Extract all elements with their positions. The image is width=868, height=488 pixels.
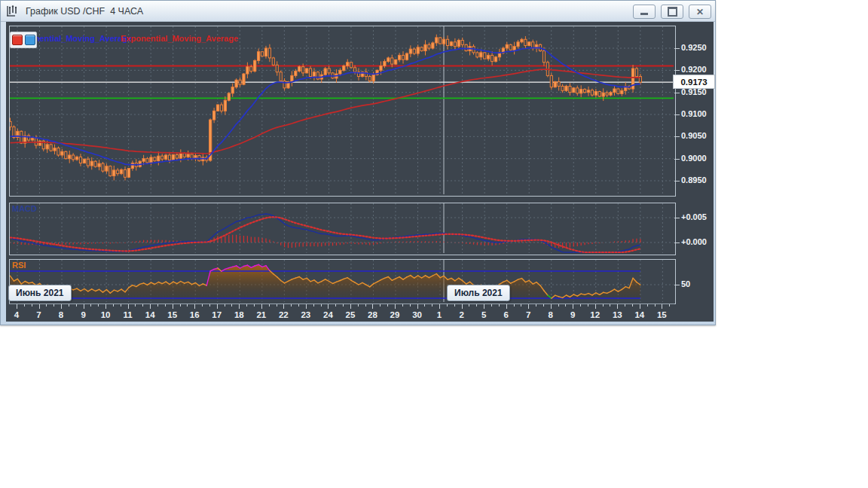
time-axis-tick: [180, 304, 181, 307]
time-axis-tick: [447, 304, 448, 307]
close-button[interactable]: ✕: [689, 5, 711, 19]
time-axis-tick: [69, 304, 69, 307]
time-axis-label: 4: [8, 310, 26, 319]
time-axis-tick: [395, 304, 396, 309]
time-axis-tick: [565, 304, 566, 307]
price-axis-label: 0.9000: [681, 154, 714, 163]
time-axis-label: 6: [497, 310, 515, 319]
time-axis-tick: [217, 304, 218, 309]
minimize-button[interactable]: [633, 5, 656, 19]
time-axis-tick: [17, 304, 17, 309]
time-axis-tick: [410, 304, 411, 307]
price-axis-label: 0.9200: [681, 65, 714, 74]
time-axis-label: 9: [564, 310, 582, 319]
time-axis-tick: [254, 304, 255, 307]
price-axis-tick: [674, 218, 680, 218]
time-axis-label: 13: [608, 310, 626, 319]
time-axis-tick: [655, 304, 656, 307]
time-axis-label: 1: [430, 310, 448, 319]
time-axis-label: 21: [252, 310, 270, 319]
time-axis-tick: [484, 304, 484, 309]
price-axis-tick: [674, 159, 680, 160]
time-axis-tick: [202, 304, 203, 307]
time-axis-tick: [269, 304, 270, 307]
chart-icon: [6, 5, 21, 17]
macd-panel[interactable]: MACD: [9, 203, 676, 255]
macd-canvas[interactable]: [10, 203, 674, 253]
rsi-canvas[interactable]: [10, 260, 674, 302]
time-axis-tick: [328, 304, 329, 309]
time-axis-label: 14: [141, 310, 159, 319]
time-axis-tick: [239, 304, 240, 309]
close-icon: ✕: [696, 8, 704, 17]
time-axis-tick: [343, 304, 344, 307]
window-title: График USD /CHF 4 ЧАСА: [26, 6, 143, 17]
time-axis-label: 2: [453, 310, 471, 319]
time-axis-label: 18: [230, 310, 248, 319]
titlebar[interactable]: График USD /CHF 4 ЧАСА ✕: [1, 1, 715, 22]
time-axis-tick: [46, 304, 47, 307]
chart-client-area: Exponential_Moving_Average Exponential_M…: [6, 22, 714, 322]
time-axis-label: 30: [408, 310, 426, 319]
time-axis-tick: [365, 304, 366, 307]
time-axis-tick: [246, 304, 247, 307]
time-axis-label: 11: [119, 310, 137, 319]
time-axis-tick: [521, 304, 521, 307]
time-axis-tick: [424, 304, 425, 307]
time-axis-tick: [432, 304, 432, 307]
time-axis-tick: [380, 304, 381, 307]
price-axis-label: 0.9100: [681, 109, 714, 118]
price-axis-tick: [674, 70, 680, 71]
time-axis-label: 25: [341, 310, 359, 319]
time-axis-tick: [536, 304, 536, 307]
time-axis-label: 15: [164, 310, 182, 319]
time-axis-label: 17: [208, 310, 226, 319]
time-axis-tick: [225, 304, 225, 307]
time-axis-tick: [335, 304, 336, 307]
time-axis-tick: [98, 304, 99, 307]
price-axis-label: +0.005: [681, 212, 714, 221]
time-axis-tick: [32, 304, 32, 307]
time-axis-tick: [187, 304, 188, 307]
price-chart-canvas[interactable]: [10, 26, 674, 194]
price-axis-tick: [674, 285, 680, 285]
rsi-panel[interactable]: RSI: [9, 259, 676, 304]
time-axis-tick: [165, 304, 166, 307]
maximize-button[interactable]: [661, 5, 683, 19]
current-price-box: 0.9173: [673, 75, 715, 89]
time-axis-tick: [39, 304, 40, 309]
price-chart-panel[interactable]: Exponential_Moving_Average Exponential_M…: [9, 26, 676, 197]
time-axis-label: 7: [30, 310, 48, 319]
red-ema-chip[interactable]: [12, 35, 23, 45]
time-axis-tick: [128, 304, 129, 309]
time-axis-tick: [603, 304, 604, 307]
desktop: { "window": { "title": "График USD /CHF …: [0, 0, 868, 488]
time-axis-tick: [647, 304, 648, 307]
blue-ema-chip[interactable]: [25, 35, 35, 45]
time-axis-tick: [173, 304, 173, 309]
time-axis-tick: [662, 304, 662, 309]
time-axis-label: 22: [274, 310, 292, 319]
time-axis-label: 14: [631, 310, 649, 319]
price-axis-tick: [674, 181, 680, 181]
time-axis-tick: [476, 304, 477, 307]
chart-window: График USD /CHF 4 ЧАСА ✕ Exponential_Mov…: [0, 0, 716, 325]
time-axis-tick: [462, 304, 463, 309]
time-axis-tick: [617, 304, 618, 309]
time-axis-label: 16: [185, 310, 203, 319]
time-axis: 4789101114151617182122232425282930125678…: [9, 303, 674, 322]
time-axis-tick: [135, 304, 136, 307]
time-axis-label: 15: [653, 310, 671, 319]
time-axis-label: 9: [75, 310, 93, 319]
price-axis-tick: [674, 48, 680, 49]
time-axis-tick: [506, 304, 507, 309]
time-axis-tick: [150, 304, 151, 309]
time-axis-tick: [24, 304, 25, 307]
time-axis-tick: [417, 304, 418, 309]
time-axis-tick: [573, 304, 573, 309]
time-axis-tick: [298, 304, 299, 307]
time-axis-label: 23: [297, 310, 315, 319]
time-axis-tick: [669, 304, 670, 307]
time-axis-tick: [61, 304, 62, 309]
price-axis-label: 0.8950: [681, 175, 714, 185]
